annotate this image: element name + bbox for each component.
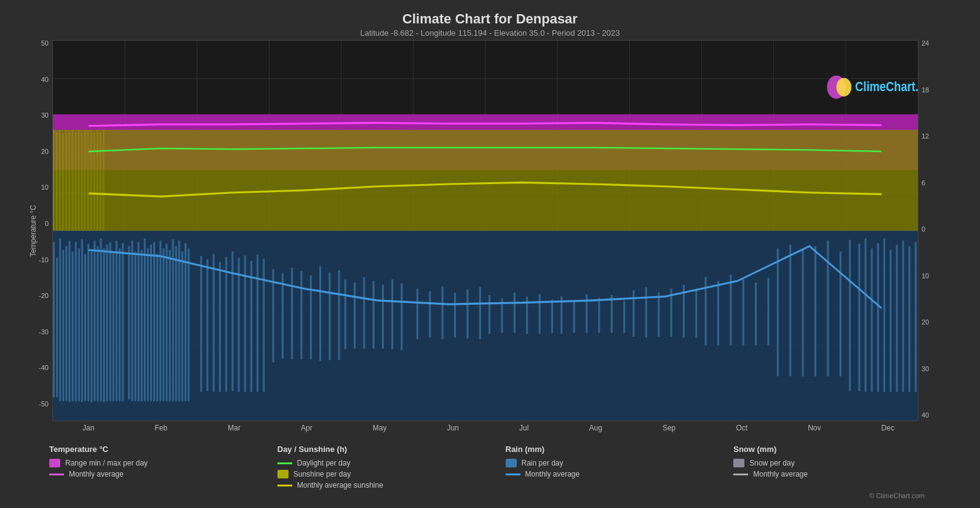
svg-rect-152 <box>90 130 92 231</box>
svg-point-158 <box>837 78 851 96</box>
svg-rect-68 <box>219 262 221 392</box>
legend-temp-title: Temperature °C <box>49 445 277 454</box>
svg-rect-48 <box>138 242 140 401</box>
y-tick-0: 0 <box>45 220 49 227</box>
svg-rect-143 <box>62 134 63 230</box>
svg-rect-146 <box>72 130 73 231</box>
legend-sunshine-avg-label: Monthly average sunshine <box>297 481 383 490</box>
x-label-apr: Apr <box>301 424 313 432</box>
legend-swatch-snow <box>733 459 744 467</box>
chart-header: Climate Chart for Denpasar Latitude -8.6… <box>12 6 968 40</box>
svg-rect-24 <box>59 238 61 401</box>
x-label-nov: Nov <box>808 424 821 432</box>
legend-swatch-rain <box>506 459 517 467</box>
y-tick-m50: -50 <box>39 401 49 408</box>
svg-rect-65 <box>200 256 202 392</box>
x-label-feb: Feb <box>155 424 168 432</box>
svg-rect-95 <box>466 289 468 338</box>
svg-rect-96 <box>479 287 481 339</box>
y-left-label: Temperature °C <box>29 204 38 256</box>
legend-snow-avg: Monthly average <box>733 470 962 478</box>
svg-rect-140 <box>53 130 54 231</box>
svg-rect-23 <box>56 258 58 398</box>
svg-rect-25 <box>62 250 64 401</box>
svg-rect-52 <box>150 244 152 401</box>
y-right-tick-10: 10 <box>922 273 962 280</box>
chart-area: Temperature °C 50 40 30 20 10 0 -10 -20 … <box>18 40 962 421</box>
svg-rect-49 <box>141 250 143 401</box>
legend-temp-avg: Monthly average <box>49 470 277 478</box>
svg-rect-135 <box>902 241 904 392</box>
legend-area: Temperature °C Range min / max per day M… <box>12 440 968 492</box>
svg-rect-147 <box>75 131 76 230</box>
svg-rect-37 <box>100 238 102 401</box>
svg-rect-148 <box>78 130 79 231</box>
svg-rect-102 <box>551 300 553 333</box>
svg-rect-60 <box>175 246 177 401</box>
legend-line-daylight <box>277 462 292 464</box>
chart-subtitle: Latitude -8.682 - Longitude 115.194 - El… <box>12 28 968 38</box>
y-right-tick-18: 18 <box>922 87 962 94</box>
svg-rect-63 <box>185 243 186 401</box>
svg-rect-119 <box>755 283 757 345</box>
svg-rect-131 <box>877 243 879 392</box>
svg-rect-76 <box>273 269 274 362</box>
legend-swatch-sunshine <box>277 470 289 478</box>
y-tick-40: 40 <box>41 76 49 83</box>
svg-rect-42 <box>116 241 118 401</box>
svg-rect-22 <box>53 242 55 397</box>
legend-temperature: Temperature °C Range min / max per day M… <box>49 445 277 490</box>
svg-rect-141 <box>56 132 57 231</box>
svg-rect-78 <box>291 268 293 360</box>
svg-rect-122 <box>789 244 791 376</box>
svg-rect-153 <box>94 132 95 231</box>
svg-rect-62 <box>181 251 183 401</box>
svg-rect-56 <box>162 248 164 401</box>
svg-rect-81 <box>319 266 321 361</box>
legend-rain: Rain (mm) Rain per day Monthly average <box>506 445 734 490</box>
y-tick-50: 50 <box>41 40 49 47</box>
chart-title: Climate Chart for Denpasar <box>12 11 968 27</box>
svg-rect-46 <box>131 241 133 401</box>
svg-rect-156 <box>103 130 105 231</box>
svg-rect-93 <box>442 286 444 339</box>
svg-rect-117 <box>730 275 731 345</box>
legend-swatch-temp-range <box>49 459 60 467</box>
svg-rect-34 <box>90 250 92 402</box>
legend-rain-day-label: Rain per day <box>522 459 564 467</box>
legend-temp-range-label: Range min / max per day <box>65 459 148 467</box>
svg-rect-28 <box>72 251 74 401</box>
x-label-dec: Dec <box>882 424 894 432</box>
svg-rect-145 <box>68 132 70 231</box>
svg-rect-128 <box>858 244 860 391</box>
svg-rect-47 <box>134 251 136 401</box>
svg-rect-124 <box>815 246 816 377</box>
x-axis-area: Jan Feb Mar Apr May Jun Jul Aug Sep Oct … <box>12 421 968 440</box>
x-label-aug: Aug <box>589 424 602 432</box>
legend-rain-avg-label: Monthly average <box>525 470 580 478</box>
svg-rect-127 <box>849 240 851 392</box>
svg-rect-97 <box>488 295 490 334</box>
svg-rect-83 <box>338 270 340 360</box>
legend-sunshine-day-label: Sunshine per day <box>293 470 351 478</box>
legend-sunshine-avg: Monthly average sunshine <box>277 481 506 490</box>
svg-rect-99 <box>514 292 516 333</box>
y-right-tick-40: 40 <box>922 412 962 419</box>
svg-rect-36 <box>97 246 98 401</box>
y-tick-m10: -10 <box>39 257 49 264</box>
svg-rect-126 <box>840 251 842 376</box>
svg-rect-41 <box>113 251 114 401</box>
legend-snow: Snow (mm) Snow per day Monthly average <box>733 445 962 490</box>
svg-rect-94 <box>454 292 456 337</box>
x-label-oct: Oct <box>736 424 747 432</box>
svg-rect-77 <box>282 273 284 359</box>
svg-rect-149 <box>81 133 82 231</box>
svg-rect-32 <box>84 254 86 401</box>
svg-rect-71 <box>238 258 240 392</box>
svg-rect-66 <box>207 259 209 391</box>
legend-rain-day: Rain per day <box>506 459 734 467</box>
y-tick-20: 20 <box>41 148 49 155</box>
svg-rect-92 <box>429 291 431 338</box>
y-right-tick-12: 12 <box>922 133 962 140</box>
y-tick-m20: -20 <box>39 292 49 299</box>
